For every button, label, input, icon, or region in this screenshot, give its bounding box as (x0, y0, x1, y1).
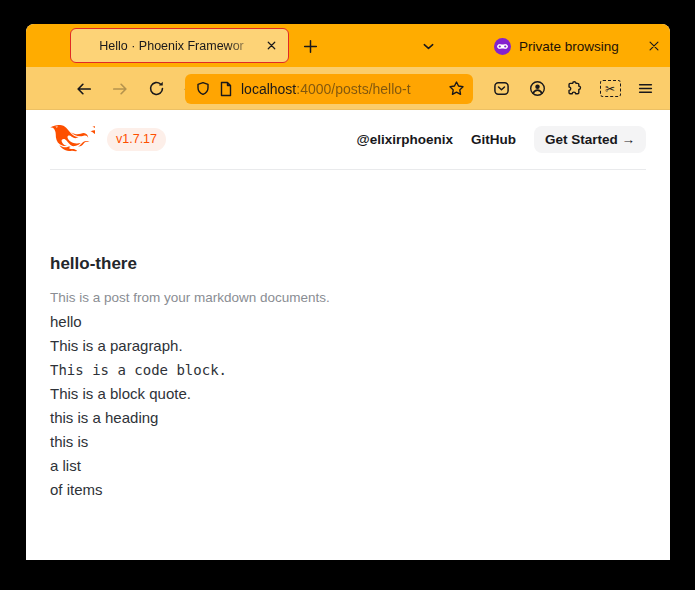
forward-icon[interactable] (104, 73, 136, 104)
post-line: This is a paragraph. (50, 334, 646, 358)
post-line: This is a block quote. (50, 382, 646, 406)
post-body: hello This is a paragraph. This is a cod… (50, 310, 646, 502)
page-viewport: v1.7.17 @elixirphoenix GitHub Get Starte… (26, 110, 670, 560)
nav-link-github[interactable]: GitHub (471, 132, 516, 147)
post-subtitle: This is a post from your markdown docume… (50, 288, 646, 308)
back-icon[interactable] (68, 73, 100, 104)
tab-strip: Hello · Phoenix Framewor (26, 24, 670, 67)
menu-hamburger-icon[interactable] (629, 73, 661, 104)
post-content: hello-there This is a post from your mar… (50, 252, 646, 502)
account-icon[interactable] (521, 73, 553, 104)
post-title: hello-there (50, 252, 646, 276)
url-text: localhost:4000/posts/hello-t (241, 81, 440, 97)
active-tab[interactable]: Hello · Phoenix Framewor (70, 28, 289, 63)
scissors-glyph: ✂ (600, 80, 621, 97)
version-badge: v1.7.17 (107, 128, 166, 150)
new-tab-icon[interactable] (295, 31, 325, 61)
pocket-icon[interactable] (485, 73, 517, 104)
url-host: localhost (241, 81, 296, 97)
private-browsing-label: Private browsing (519, 39, 619, 54)
post-line: a list (50, 454, 646, 478)
list-tabs-chevron-icon[interactable] (413, 31, 443, 61)
bookmark-star-icon[interactable] (448, 80, 465, 97)
url-path: :4000/posts/hello-t (296, 81, 410, 97)
desktop-background: Hello · Phoenix Framewor (0, 0, 695, 590)
tracking-shield-icon[interactable] (195, 81, 211, 97)
window-close-icon[interactable] (639, 31, 669, 61)
extensions-puzzle-icon[interactable] (557, 73, 589, 104)
navigation-toolbar: localhost:4000/posts/hello-t (26, 67, 670, 110)
post-line: this is (50, 430, 646, 454)
get-started-button[interactable]: Get Started → (534, 126, 646, 153)
private-browsing-badge: Private browsing (494, 31, 619, 61)
post-line: of items (50, 478, 646, 502)
post-line-code: This is a code block. (50, 358, 646, 382)
url-bar[interactable]: localhost:4000/posts/hello-t (185, 74, 473, 104)
private-browsing-mask-icon (494, 38, 511, 55)
screenshot-scissors-icon[interactable]: ✂ (594, 73, 626, 104)
tab-close-icon[interactable] (260, 35, 282, 57)
post-line: hello (50, 310, 646, 334)
browser-window: Hello · Phoenix Framewor (26, 24, 670, 560)
reload-icon[interactable] (140, 73, 172, 104)
site-header: v1.7.17 @elixirphoenix GitHub Get Starte… (50, 110, 646, 170)
post-line: this is a heading (50, 406, 646, 430)
nav-link-elixirphoenix[interactable]: @elixirphoenix (357, 132, 453, 147)
phoenix-logo[interactable] (50, 125, 95, 155)
page-info-icon[interactable] (219, 81, 233, 97)
tab-title: Hello · Phoenix Framewor (83, 39, 260, 53)
